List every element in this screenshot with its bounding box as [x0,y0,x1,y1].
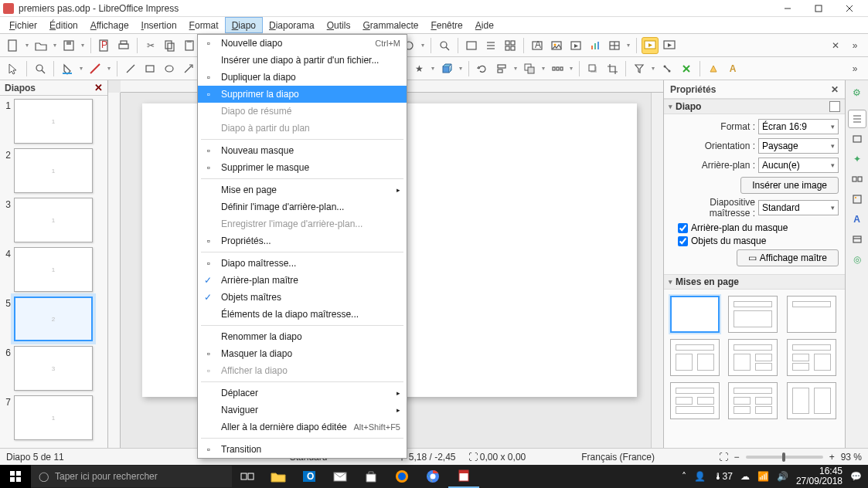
layout-grid4[interactable] [728,382,778,419]
print-button[interactable] [115,37,132,54]
menu-fichier[interactable]: Fichier [3,17,43,33]
format-dropdown[interactable]: Écran 16:9 [758,119,839,134]
firefox-app-icon[interactable] [386,465,417,488]
notifications-icon[interactable]: 💬 [850,471,862,482]
slide-thumb-row[interactable]: 11 [2,99,106,144]
transition-tab-icon[interactable] [848,170,866,188]
slide-thumbnail[interactable]: 1 [14,148,93,193]
menu-item-mise-en-page[interactable]: Mise en page▸ [198,181,407,198]
menu-item-d-placer[interactable]: Déplacer▸ [198,385,407,402]
volume-icon[interactable]: 🔊 [777,471,788,482]
menu-item-supprimer-le-masque[interactable]: ▫Supprimer le masque [198,159,407,176]
menu-item-aller-la-derni-re-diapo-dit-e[interactable]: Aller à la dernière diapo éditéeAlt+Shif… [198,419,407,435]
slide-thumbnail[interactable]: 2 [14,297,93,341]
settings-tab-icon[interactable]: ⚙ [848,83,866,102]
orientation-dropdown[interactable]: Paysage [758,138,839,154]
filter-button[interactable] [631,60,648,77]
menu-item-dupliquer-la-diapo[interactable]: ▫Dupliquer la diapo [198,69,407,86]
animation-tab-icon[interactable]: ✦ [848,150,866,168]
save-button[interactable] [60,37,77,54]
slide-list[interactable]: 11213141526371 [0,96,107,448]
menu-item-d-finir-l-image-d-arri-re-plan-[interactable]: Définir l'image d'arrière-plan... [198,198,407,215]
menu-aide[interactable]: Aide [469,17,500,33]
layout-split[interactable] [787,382,836,419]
chrome-app-icon[interactable] [417,465,448,488]
layout-four[interactable] [670,382,720,419]
insert-table-button[interactable] [606,37,623,54]
system-tray[interactable]: ˄ 👤 🌡37 ☁ 📶 🔊 16:45 27/09/2018 💬 [676,466,868,486]
collapse-icon[interactable]: ▾ [669,103,672,110]
slide-thumbnail[interactable]: 1 [14,99,93,144]
tray-chevron-icon[interactable]: ˄ [682,471,686,482]
slide-thumbnail[interactable]: 1 [14,395,93,440]
select-tool-button[interactable] [5,60,22,77]
section-more-icon[interactable] [829,101,840,112]
zoom-value[interactable]: 93 % [841,452,862,463]
master-view-button[interactable]: ▭Affichage maître [737,249,839,266]
toolbar-overflow-button[interactable]: » [846,37,863,54]
layout-title[interactable] [728,296,778,333]
zoom-in-icon[interactable]: + [829,452,835,463]
menu-diaporama[interactable]: Diaporama [263,17,321,33]
zoom-out-icon[interactable]: − [734,452,740,463]
fill-color-button[interactable] [59,60,76,77]
slide-thumbnail[interactable]: 1 [14,247,93,292]
arrange-button[interactable] [521,60,538,77]
new-doc-dropdown[interactable]: ▾ [24,37,30,54]
slide-thumb-row[interactable]: 21 [2,148,106,193]
slide-thumb-row[interactable]: 52 [2,297,106,341]
onedrive-icon[interactable]: ☁ [740,471,750,482]
menu-fenêtre[interactable]: Fenêtre [424,17,468,33]
menu-affichage[interactable]: Affichage [84,17,135,33]
mail-app-icon[interactable] [325,465,356,488]
outlook-app-icon[interactable]: O [294,465,325,488]
glue-points-button[interactable] [678,60,695,77]
layout-two-content-b[interactable] [787,339,836,376]
copy-button[interactable] [162,37,179,54]
vertical-scrollbar[interactable] [651,93,663,448]
menu-format[interactable]: Format [183,17,225,33]
slide-thumb-row[interactable]: 71 [2,395,106,440]
wifi-icon[interactable]: 📶 [757,471,769,482]
insert-image-button[interactable] [548,37,565,54]
menu-diapo[interactable]: Diapo [225,17,263,33]
open-button[interactable] [32,37,49,54]
start-current-button[interactable] [661,37,678,54]
people-icon[interactable]: 👤 [694,471,706,482]
slide-thumb-row[interactable]: 63 [2,346,106,391]
gallery-tab-icon[interactable] [848,190,866,208]
slide-thumbnail[interactable]: 1 [14,198,93,242]
line-tool-button[interactable] [122,60,139,77]
slide-thumbnail[interactable]: 3 [14,346,93,391]
line-color-button[interactable] [87,60,104,77]
fontwork-button[interactable]: A [724,60,741,77]
menu-item-masquer-la-diapo[interactable]: ▫Masquer la diapo [198,345,407,362]
slides-panel-close-icon[interactable]: ✕ [94,82,103,93]
view-normal-button[interactable] [463,37,480,54]
layout-two-content[interactable] [670,339,720,376]
master-objects-checkbox[interactable] [678,236,688,246]
zoom-slider[interactable] [746,456,823,459]
menu-item-renommer-la-diapo[interactable]: Renommer la diapo [198,328,407,345]
layout-blank[interactable] [670,296,720,333]
minimize-button[interactable] [772,0,803,17]
view-outline-button[interactable] [482,37,499,54]
paste-button[interactable] [181,37,198,54]
crop-button[interactable] [604,60,621,77]
menu-édition[interactable]: Édition [43,17,84,33]
insert-media-button[interactable] [567,37,584,54]
impress-app-icon[interactable] [448,465,479,488]
zoom-tool-button[interactable] [32,60,49,77]
menu-item-nouvelle-diapo[interactable]: ▫Nouvelle diapoCtrl+M [198,35,407,52]
rect-tool-button[interactable] [141,60,158,77]
start-slideshow-button[interactable] [642,37,659,54]
menu-item-propri-t-s-[interactable]: ▫Propriétés... [198,232,407,249]
properties-close-icon[interactable]: ✕ [831,84,839,95]
3d-shapes-button[interactable] [438,60,455,77]
menu-item-objets-ma-tres[interactable]: ✓Objets maîtres [198,289,407,306]
cut-button[interactable]: ✂ [142,37,159,54]
start-button[interactable] [0,465,31,488]
view-sorter-button[interactable] [502,37,519,54]
menu-item-nouveau-masque[interactable]: ▫Nouveau masque [198,142,407,159]
align-button[interactable] [493,60,510,77]
